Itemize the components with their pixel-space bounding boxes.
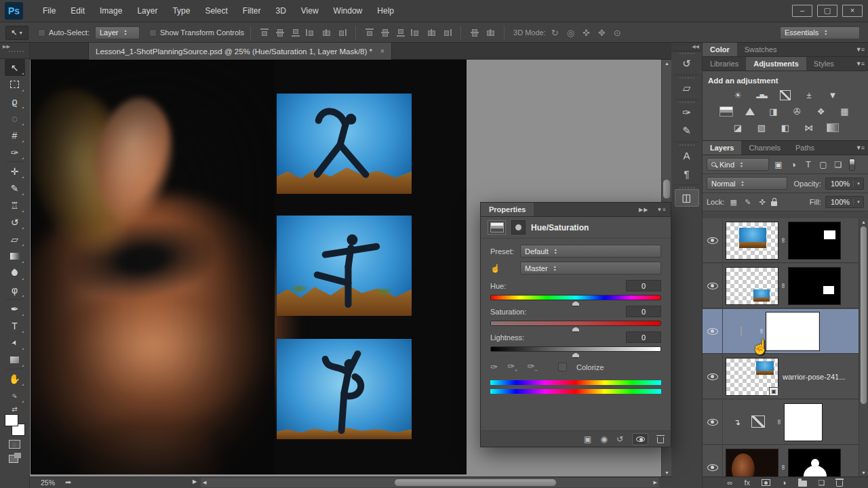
pen-tool[interactable]: ✒ — [5, 300, 25, 317]
saturation-slider[interactable] — [490, 321, 661, 326]
close-button[interactable]: × — [842, 5, 863, 17]
hand-tool[interactable]: ✋ — [5, 370, 25, 387]
colorize-checkbox[interactable] — [558, 363, 567, 371]
new-group-icon[interactable] — [798, 481, 807, 487]
filter-pixel-layers-icon[interactable]: ▣ — [773, 160, 784, 169]
distribute-horizontal-center-button[interactable] — [427, 28, 436, 37]
hue-slider[interactable] — [490, 295, 661, 300]
eyedropper-add-icon[interactable]: ✑+ — [507, 361, 518, 373]
filter-smart-objects-icon[interactable]: ❏ — [833, 160, 844, 169]
slider-thumb[interactable] — [572, 301, 580, 306]
healing-brush-tool[interactable]: ✛ — [5, 163, 25, 180]
align-vertical-center-button[interactable] — [275, 28, 285, 37]
visibility-cell[interactable] — [703, 354, 723, 399]
toolbar-collapse-header[interactable]: ▶▶ — [0, 43, 29, 59]
3d-panel-button[interactable]: ▱ — [675, 79, 699, 97]
layer-name[interactable]: warrior-pose-241... — [783, 373, 845, 381]
scroll-left-icon[interactable]: ◀ — [203, 480, 206, 485]
delete-layer-icon[interactable] — [836, 481, 843, 487]
tab-styles[interactable]: Styles — [806, 57, 842, 70]
clone-stamp-tool[interactable]: ♖ — [5, 197, 25, 214]
layer-row-6[interactable]: ∞ — [703, 445, 859, 476]
levels-icon[interactable]: ▂▅▃ — [754, 89, 769, 101]
quick-selection-tool[interactable]: ◌ — [5, 110, 25, 127]
eyedropper-icon[interactable]: ✑ — [490, 362, 498, 372]
tab-color[interactable]: Color — [703, 43, 737, 56]
lasso-tool[interactable]: ϱ — [5, 93, 25, 110]
preset-dropdown[interactable]: Default — [520, 245, 661, 258]
tab-layers[interactable]: Layers — [703, 141, 741, 155]
lightness-value[interactable]: 0 — [626, 331, 661, 343]
eyedropper-subtract-icon[interactable]: ✑− — [527, 361, 538, 373]
scrollbar-thumb[interactable] — [663, 180, 670, 199]
brush-settings-panel-button[interactable]: ✎ — [675, 122, 699, 140]
maximize-button[interactable]: ▢ — [817, 5, 837, 17]
threshold-icon[interactable]: ◧ — [778, 122, 793, 134]
distribute-spacing-horizontal-button[interactable] — [486, 28, 495, 37]
menu-select[interactable]: Select — [197, 0, 235, 22]
move-tool[interactable]: ↖ — [5, 59, 25, 76]
swap-colors-icon[interactable]: ⇄ — [12, 405, 17, 413]
eye-icon[interactable] — [707, 283, 718, 289]
layer-mask-thumbnail[interactable] — [788, 449, 841, 477]
distribute-bottom-button[interactable] — [396, 28, 406, 37]
crop-tool[interactable]: # — [5, 127, 25, 144]
layer-row-5[interactable]: ↴ ∞ — [703, 400, 859, 445]
mask-link-icon[interactable]: ∞ — [776, 418, 783, 427]
scrollbar-thumb[interactable] — [861, 226, 867, 404]
layer-row-2[interactable]: ∞ — [703, 264, 859, 308]
eye-icon[interactable] — [707, 237, 718, 244]
delete-adjustment-icon[interactable] — [657, 437, 664, 443]
show-transform-checkbox[interactable] — [149, 29, 157, 37]
menu-layer[interactable]: Layer — [130, 0, 165, 22]
eraser-tool[interactable]: ▱ — [5, 230, 25, 247]
eye-icon[interactable] — [707, 464, 718, 471]
minimize-button[interactable]: – — [792, 5, 812, 17]
layer-mask-thumbnail[interactable] — [784, 403, 823, 441]
workspace-dropdown[interactable]: Essentials — [780, 26, 860, 39]
filter-type-layers-icon[interactable]: T — [803, 160, 814, 169]
selective-color-icon[interactable] — [825, 122, 840, 134]
filter-toggle[interactable] — [849, 159, 855, 171]
mask-link-icon[interactable]: ∞ — [758, 327, 766, 336]
filter-shape-layers-icon[interactable]: ▢ — [818, 160, 829, 169]
character-panel-button[interactable]: A — [675, 146, 699, 164]
lock-paint-icon[interactable]: ✎ — [743, 198, 753, 207]
lightness-slider[interactable] — [490, 346, 661, 352]
layer-row-4[interactable]: ▣ warrior-pose-241... — [703, 354, 859, 399]
mask-link-icon[interactable]: ∞ — [780, 236, 787, 245]
tab-paths[interactable]: Paths — [788, 141, 822, 155]
photo-filter-icon[interactable]: ✇ — [790, 106, 805, 117]
layer-mask-thumbnail[interactable] — [788, 222, 841, 260]
channel-dropdown[interactable]: Master — [520, 262, 661, 274]
tab-channels[interactable]: Channels — [741, 141, 787, 155]
distribute-vertical-center-button[interactable] — [380, 28, 390, 37]
view-previous-state-icon[interactable]: ◉ — [600, 434, 607, 444]
auto-select-target-dropdown[interactable]: Layer — [95, 26, 140, 39]
link-layers-icon[interactable]: ∞ — [728, 479, 733, 487]
layer-style-fx-icon[interactable]: fx — [744, 479, 750, 487]
reset-icon[interactable]: ↺ — [616, 434, 623, 444]
hue-saturation-layer-icon[interactable] — [741, 327, 742, 336]
layer-mask-thumbnail-selected[interactable] — [766, 312, 819, 350]
tab-swatches[interactable]: Swatches — [737, 43, 785, 56]
scrollbar-thumb[interactable] — [395, 479, 556, 486]
tab-properties[interactable]: Properties — [481, 203, 534, 216]
3d-roll-icon[interactable]: ◎ — [567, 28, 574, 38]
dodge-tool[interactable]: φ — [5, 281, 25, 298]
visibility-toggle[interactable] — [632, 433, 648, 445]
panel-menu-icon[interactable]: ▼≡ — [856, 46, 864, 53]
fill-combo[interactable]: 100% ▼ — [825, 196, 864, 208]
color-lookup-icon[interactable]: ▦ — [837, 106, 852, 117]
close-tab-icon[interactable]: × — [380, 47, 384, 55]
clip-to-layer-icon[interactable]: ▣ — [584, 434, 591, 444]
posterize-icon[interactable]: ▧ — [754, 122, 769, 134]
3d-pan-icon[interactable]: ✜ — [583, 28, 590, 38]
layer-thumbnail[interactable]: ▣ — [726, 358, 778, 396]
eyedropper-tool[interactable]: ✑ — [5, 144, 25, 161]
lock-position-icon[interactable]: ✜ — [757, 198, 767, 207]
auto-select-checkbox[interactable] — [38, 29, 45, 37]
menu-window[interactable]: Window — [326, 0, 370, 22]
current-tool-chip[interactable]: ↖ ▼ — [5, 26, 28, 40]
share-icon[interactable]: ➦ — [65, 478, 71, 487]
